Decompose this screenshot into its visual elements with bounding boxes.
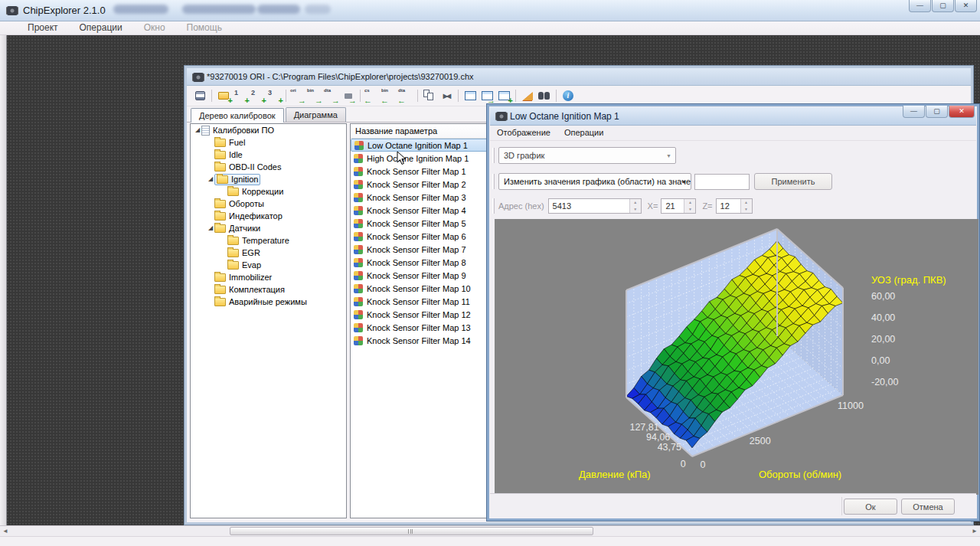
folder-icon xyxy=(227,249,239,257)
window-table-icon[interactable] xyxy=(462,88,479,103)
spinner-buttons[interactable]: ▲▼ xyxy=(740,199,752,213)
tree-item-Ignition[interactable]: ◢Ignition xyxy=(191,173,346,185)
tree-item-Индефикатор[interactable]: Индефикатор xyxy=(191,210,346,222)
document-title: *93270019 ORI - C:\Program Files\ChipExp… xyxy=(207,72,474,81)
menu-Помощь[interactable]: Помощь xyxy=(176,21,233,34)
tree-item-label: Temperature xyxy=(242,236,289,245)
import-bin-icon[interactable]: bin← xyxy=(381,88,397,103)
menu-Окно[interactable]: Окно xyxy=(133,21,176,34)
tree-item-Обороты[interactable]: Обороты xyxy=(191,198,346,210)
compare-icon[interactable]: ▶◀ xyxy=(438,88,455,103)
tree-item-label: Аварийные режимы xyxy=(229,297,307,306)
ok-button[interactable]: Ок xyxy=(844,499,897,515)
dialog-maximize-button[interactable]: ▢ xyxy=(926,106,948,118)
z-spinner[interactable]: 12 ▲▼ xyxy=(716,198,753,214)
toolbar-grip[interactable] xyxy=(492,174,495,189)
toolbar-grip[interactable] xyxy=(492,198,495,214)
add-slot-1-icon[interactable]: 1+ xyxy=(232,88,249,103)
ruler-icon[interactable] xyxy=(519,88,536,103)
menu-Операции[interactable]: Операции xyxy=(69,21,133,34)
svg-text:43,75: 43,75 xyxy=(658,442,681,453)
expander-icon[interactable]: ◢ xyxy=(207,224,214,232)
window-export-icon[interactable]: → xyxy=(479,88,495,103)
tree-item-Fuel[interactable]: Fuel xyxy=(191,136,346,149)
save-icon[interactable] xyxy=(191,88,208,103)
scroll-left-icon[interactable]: ◄ xyxy=(2,528,8,535)
tree-item-Temperature[interactable]: Temperature xyxy=(191,234,346,247)
address-spinner[interactable]: 5413 ▲▼ xyxy=(548,198,642,214)
export-ori-icon[interactable]: ori→ xyxy=(289,88,306,103)
scrollbar-thumb[interactable] xyxy=(230,527,593,535)
tree-item-Датчики[interactable]: ◢Датчики xyxy=(191,222,346,234)
toolbar-grip[interactable] xyxy=(492,148,495,163)
expander-icon[interactable]: ◢ xyxy=(194,126,201,134)
horizontal-scrollbar[interactable]: ◄ ► xyxy=(0,525,980,536)
import-dta-icon[interactable]: dta← xyxy=(397,88,414,103)
tree-item-Evap[interactable]: Evap xyxy=(191,259,346,271)
app-close-button[interactable]: ✕ xyxy=(955,0,977,12)
operation-select[interactable]: Изменить значения графика (области) на з… xyxy=(498,173,691,190)
tree-item-label: Коррекции xyxy=(242,187,283,196)
chevron-down-icon: ▼ xyxy=(681,179,687,185)
spinner-buttons[interactable]: ▲▼ xyxy=(629,199,641,213)
export-device-icon[interactable]: → xyxy=(340,88,357,103)
list-item-label: Low Octane Ignition Map 1 xyxy=(368,141,468,150)
dialog-titlebar[interactable]: Low Octane Ignition Map 1 — ▢ ✕ xyxy=(490,107,976,126)
view-mode-select[interactable]: 3D график ▼ xyxy=(498,147,676,164)
list-item-label: Knock Sensor Filter Map 8 xyxy=(367,258,466,267)
dialog-menu-Отображение[interactable]: Отображение xyxy=(490,126,557,137)
surface-plot[interactable]: УОЗ (град. ПКВ)60,0040,0020,000,00-20,00… xyxy=(495,219,978,495)
dialog-minimize-button[interactable]: — xyxy=(903,106,925,118)
apply-button[interactable]: Применить xyxy=(754,173,832,190)
export-dta-icon[interactable]: dta→ xyxy=(323,88,340,103)
folder-icon xyxy=(227,188,239,196)
add-slot-2-icon[interactable]: 2+ xyxy=(249,88,266,103)
app-title: ChipExplorer 2.1.0 xyxy=(23,5,106,16)
document-titlebar[interactable]: *93270019 ORI - C:\Program Files\ChipExp… xyxy=(187,68,971,86)
map-icon xyxy=(354,323,363,332)
open-project-icon[interactable]: + xyxy=(215,88,232,103)
tree-item-Комплектация[interactable]: Комплектация xyxy=(191,283,346,296)
tab-Дерево калибровок[interactable]: Дерево калибровок xyxy=(191,108,284,123)
cancel-button[interactable]: Отмена xyxy=(901,499,955,515)
tree-item-Коррекции[interactable]: Коррекции xyxy=(191,185,346,198)
map-icon xyxy=(354,219,363,228)
window-import-icon[interactable]: + xyxy=(495,88,512,103)
map-icon xyxy=(354,284,363,293)
dialog-menu-Операции[interactable]: Операции xyxy=(557,126,610,137)
import-cs-icon[interactable]: cs← xyxy=(364,88,381,103)
list-item-label: Knock Sensor Filter Map 6 xyxy=(367,232,466,241)
add-slot-3-icon[interactable]: 3+ xyxy=(266,88,283,103)
folder-icon xyxy=(214,298,226,306)
x-spinner[interactable]: 21 ▲▼ xyxy=(661,198,696,214)
tree-item-label: Датчики xyxy=(229,224,260,233)
tab-Диаграмма[interactable]: Диаграмма xyxy=(286,107,346,122)
tree-item-Immobilizer[interactable]: Immobilizer xyxy=(191,271,346,283)
scroll-right-icon[interactable]: ► xyxy=(972,528,978,535)
z-label: Z= xyxy=(702,201,712,211)
app-minimize-button[interactable]: — xyxy=(909,0,931,12)
info-icon[interactable]: i xyxy=(560,88,577,103)
document-icon xyxy=(201,126,210,136)
app-maximize-button[interactable]: ▢ xyxy=(932,0,954,12)
binoculars-icon[interactable] xyxy=(536,88,553,103)
dialog-close-button[interactable]: ✕ xyxy=(949,106,975,118)
tree-item-label: Fuel xyxy=(229,138,245,147)
tree-item-Idle[interactable]: Idle xyxy=(191,149,346,161)
mouse-cursor xyxy=(397,151,407,165)
tree-item-Калибровки ПО[interactable]: ◢Калибровки ПО xyxy=(191,124,346,136)
menu-Проект[interactable]: Проект xyxy=(17,21,69,34)
app-menubar: ПроектОперацииОкноПомощь xyxy=(0,21,980,35)
svg-text:20,00: 20,00 xyxy=(871,334,895,345)
folder-icon xyxy=(217,175,228,184)
expander-icon[interactable]: ◢ xyxy=(207,175,214,183)
map-icon xyxy=(354,193,363,202)
svg-text:0: 0 xyxy=(681,459,686,469)
tree-item-OBD-II Codes[interactable]: OBD-II Codes xyxy=(191,161,346,173)
value-input[interactable] xyxy=(694,174,750,190)
tree-item-Аварийные режимы[interactable]: Аварийные режимы xyxy=(191,296,346,308)
copy-icon[interactable] xyxy=(421,88,438,103)
tree-item-EGR[interactable]: EGR xyxy=(191,247,346,259)
spinner-buttons[interactable]: ▲▼ xyxy=(684,199,695,213)
export-bin-icon[interactable]: bin→ xyxy=(306,88,323,103)
